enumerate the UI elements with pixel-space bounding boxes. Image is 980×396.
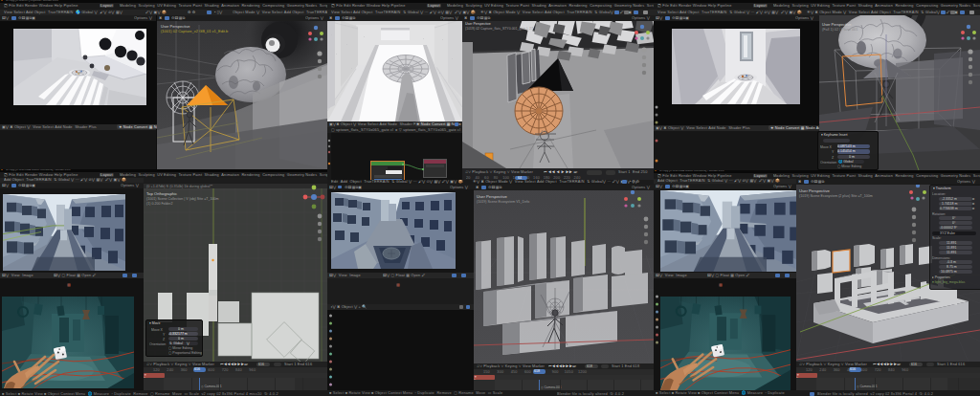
svg-text:(Fall 1) 02 | Plane 001: (Fall 1) 02 | Plane 001 — [822, 28, 858, 32]
svg-text:User Perspective: User Perspective — [822, 22, 852, 27]
svg-text:(1) 0.200 Folder2: (1) 0.200 Folder2 — [146, 202, 173, 206]
svg-text:User Perspective: User Perspective — [477, 194, 508, 199]
svg-text:User Perspective: User Perspective — [799, 188, 831, 193]
svg-text:(1001) 02 Capture_v2 GB_01 v1_: (1001) 02 Capture_v2 GB_01 v1_Edit.b — [161, 29, 229, 33]
svg-text:Top Orthographic: Top Orthographic — [146, 191, 177, 196]
svg-text:(1001) Scene Collection | V (o: (1001) Scene Collection | V (obj) Stte =… — [146, 197, 219, 201]
svg-text:(1019) Scene Ecosystem V1_Defo: (1019) Scene Ecosystem V1_Defo — [477, 200, 529, 204]
svg-text:(0 +1.47db) S (0.354b) 1b duri: (0 +1.47db) S (0.354b) 1b during global*… — [146, 185, 213, 188]
svg-text:(1019) Scene Ecosystem (2 plus: (1019) Scene Ecosystem (2 plus) Stte =T_… — [799, 194, 873, 198]
